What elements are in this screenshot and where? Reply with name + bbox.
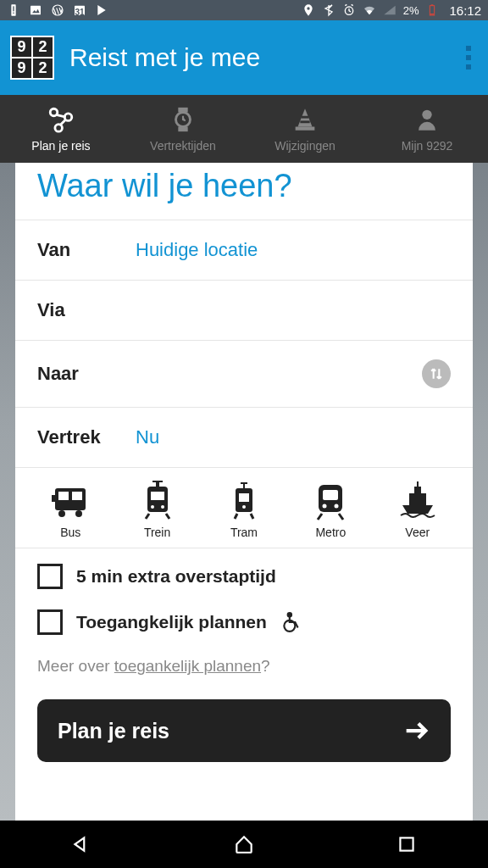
svg-point-8	[307, 7, 309, 9]
page-heading: Waar wil je heen?	[15, 163, 473, 220]
cone-icon	[291, 105, 319, 134]
accessible-checkbox[interactable]	[37, 609, 63, 635]
accessible-option[interactable]: Toegangkelijk plannen	[15, 604, 473, 650]
home-icon[interactable]	[233, 833, 255, 855]
depart-label: Vertrek	[37, 426, 136, 448]
svg-rect-32	[151, 492, 164, 500]
location-icon	[302, 3, 315, 17]
svg-point-29	[75, 510, 82, 517]
svg-rect-43	[409, 493, 426, 505]
signal-icon	[383, 3, 396, 17]
svg-point-28	[58, 510, 65, 517]
watch-icon	[169, 105, 197, 134]
play-store-icon	[95, 3, 108, 17]
accessible-more-info[interactable]: Meer over toegankelijk plannen?	[15, 650, 473, 689]
train-icon	[137, 480, 178, 520]
wordpress-icon	[51, 3, 64, 17]
more-menu-icon[interactable]	[466, 46, 478, 70]
route-icon	[47, 105, 75, 134]
plan-form: Waar wil je heen? Van Huidige locatie Vi…	[15, 163, 473, 821]
svg-rect-12	[431, 4, 434, 5]
warning-icon	[7, 3, 20, 17]
svg-rect-40	[323, 490, 338, 500]
tab-plan-je-reis[interactable]: Plan je reis	[0, 95, 122, 163]
bluetooth-icon	[322, 3, 336, 17]
transport-veer[interactable]: Veer	[397, 480, 438, 539]
from-field[interactable]: Van Huidige locatie	[15, 220, 473, 280]
person-icon	[413, 105, 441, 134]
arrow-right-icon	[402, 716, 430, 745]
transport-metro[interactable]: Metro	[310, 480, 351, 539]
app-bar: 9292 Reist met je mee	[0, 20, 488, 95]
extra-transfer-checkbox[interactable]	[37, 564, 63, 589]
svg-rect-21	[296, 127, 315, 131]
android-nav-bar	[0, 821, 488, 868]
swap-icon	[428, 365, 445, 382]
tram-icon	[224, 480, 264, 520]
svg-marker-10	[384, 6, 395, 15]
wheelchair-icon	[280, 611, 302, 633]
calendar-icon: 31	[73, 3, 86, 17]
image-icon	[29, 3, 42, 17]
tab-wijzigingen[interactable]: Wijzigingen	[244, 95, 366, 163]
svg-rect-13	[430, 14, 434, 14]
svg-rect-30	[52, 495, 55, 502]
svg-marker-48	[75, 837, 84, 850]
to-field[interactable]: Naar	[15, 340, 473, 407]
via-field[interactable]: Via	[15, 280, 473, 340]
svg-rect-26	[58, 492, 69, 500]
from-label: Van	[37, 239, 136, 261]
transport-modes: Bus Trein Tram Metro Veer	[15, 467, 473, 548]
app-logo: 9292	[10, 36, 54, 80]
svg-rect-45	[417, 481, 419, 487]
svg-rect-1	[13, 6, 14, 11]
ferry-icon	[397, 480, 438, 520]
tab-vertrektijden[interactable]: Vertrektijden	[122, 95, 244, 163]
depart-value: Nu	[136, 426, 159, 448]
tab-bar: Plan je reis Vertrektijden Wijzigingen M…	[0, 95, 488, 163]
svg-point-34	[161, 505, 164, 509]
svg-point-47	[287, 613, 291, 616]
svg-point-42	[335, 504, 339, 509]
wifi-icon	[363, 3, 376, 17]
svg-rect-23	[300, 120, 309, 123]
android-status-bar: 31 2% 16:12	[0, 0, 488, 20]
alarm-icon	[342, 3, 356, 17]
tab-mijn-9292[interactable]: Mijn 9292	[366, 95, 488, 163]
battery-icon	[425, 3, 439, 17]
transport-tram[interactable]: Tram	[224, 480, 264, 539]
transport-trein[interactable]: Trein	[137, 480, 178, 539]
transport-bus[interactable]: Bus	[50, 480, 91, 539]
recent-icon[interactable]	[396, 833, 418, 855]
svg-marker-7	[97, 5, 105, 15]
bus-icon	[50, 480, 91, 520]
extra-transfer-option[interactable]: 5 min extra overstaptijd	[15, 548, 473, 604]
svg-rect-49	[400, 837, 413, 850]
svg-rect-3	[30, 6, 41, 15]
svg-point-33	[151, 505, 154, 509]
svg-point-41	[323, 504, 327, 509]
from-value: Huidige locatie	[136, 239, 258, 261]
svg-rect-2	[13, 13, 14, 14]
svg-rect-37	[239, 493, 249, 502]
svg-rect-44	[414, 487, 421, 493]
svg-rect-22	[302, 116, 309, 119]
swap-button[interactable]	[422, 359, 451, 388]
app-title: Reist met je mee	[69, 43, 260, 72]
svg-point-38	[242, 505, 246, 509]
depart-field[interactable]: Vertrek Nu	[15, 407, 473, 467]
svg-rect-27	[72, 492, 82, 500]
svg-point-24	[422, 110, 431, 120]
metro-icon	[310, 480, 351, 520]
back-icon[interactable]	[70, 833, 92, 855]
clock: 16:12	[449, 3, 481, 18]
via-label: Via	[37, 299, 136, 321]
plan-button[interactable]: Plan je reis	[37, 699, 451, 762]
battery-pct: 2%	[403, 4, 419, 17]
to-label: Naar	[37, 363, 136, 385]
